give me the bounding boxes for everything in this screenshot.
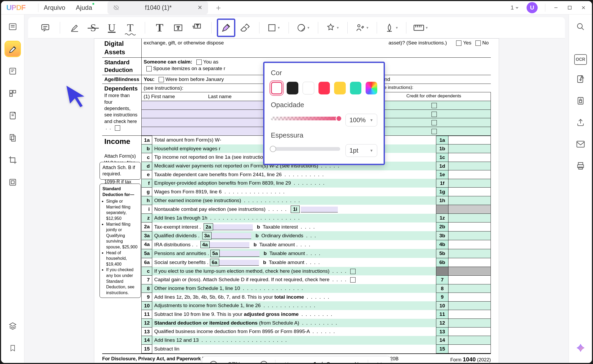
svg-rect-25 (579, 101, 582, 103)
chevron-down-icon (515, 6, 519, 10)
svg-rect-4 (13, 90, 16, 93)
svg-point-22 (577, 24, 582, 29)
svg-rect-9 (10, 179, 16, 185)
zoom-in-button[interactable] (258, 359, 269, 363)
search-icon[interactable] (573, 19, 588, 34)
color-swatch-custom[interactable] (366, 82, 377, 94)
window-close[interactable] (580, 4, 587, 11)
zoom-out-button[interactable] (208, 359, 219, 363)
app-logo: UPDF (6, 3, 25, 12)
window-maximize[interactable] (567, 4, 573, 11)
color-label: Cor (271, 69, 377, 77)
next-page-button[interactable] (335, 359, 346, 363)
protect-icon[interactable] (573, 93, 588, 108)
email-icon[interactable] (573, 137, 588, 152)
color-swatch-teal[interactable] (350, 82, 362, 94)
assets-text: exchange, gift, or otherwise dispose (144, 40, 224, 46)
svg-rect-24 (578, 97, 583, 104)
signature-tool[interactable]: ▼ (353, 19, 371, 37)
rectangle-tool[interactable]: ▼ (265, 19, 283, 37)
strikethrough-tool[interactable]: S (84, 19, 102, 37)
document-tab[interactable]: f1040 (1)* ✕ (107, 1, 208, 14)
opacity-combo[interactable]: 100%▼ (345, 114, 377, 126)
organize-mode-icon[interactable] (5, 86, 20, 101)
forms-mode-icon[interactable] (5, 108, 20, 123)
window-minimize[interactable] (553, 4, 559, 11)
compress-icon[interactable] (5, 175, 20, 190)
bookmark-icon[interactable] (5, 341, 20, 356)
ocr-icon[interactable]: OCR (574, 54, 587, 65)
comment-mode-icon[interactable] (5, 42, 20, 56)
thickness-slider[interactable] (271, 147, 340, 151)
page-tools-icon[interactable] (5, 130, 20, 145)
prev-page-button[interactable] (297, 359, 308, 363)
crop-icon[interactable] (5, 153, 20, 167)
underline-tool[interactable]: U (102, 19, 121, 37)
zoom-dropdown-icon[interactable] (250, 363, 253, 363)
yes-checkbox[interactable] (456, 40, 461, 46)
svg-rect-11 (42, 25, 49, 30)
eraser-tool[interactable] (235, 19, 254, 37)
current-page: 1 (313, 361, 317, 363)
svg-rect-1 (9, 24, 16, 30)
menu-arquivo[interactable]: Arquivo (44, 4, 65, 11)
menu-ajuda[interactable]: Ajuda (76, 4, 92, 11)
text-tool[interactable]: T (150, 19, 169, 37)
svg-rect-26 (577, 141, 584, 147)
color-swatch-yellow[interactable] (334, 82, 346, 94)
no-checkbox[interactable] (475, 40, 481, 46)
pencil-tool[interactable] (217, 19, 235, 37)
attach-schb-note: Attach Sch. B if required. (100, 162, 141, 180)
highlight-tool[interactable] (65, 19, 84, 37)
annotation-toolbar: S U T T T T ▼ ▼ ▼ ▼ ▼ (28, 17, 565, 38)
color-swatch-red[interactable] (318, 82, 330, 94)
close-zoombar-button[interactable] (374, 359, 385, 363)
comment-tool[interactable] (36, 19, 55, 37)
opacity-slider[interactable] (271, 117, 340, 120)
left-rail (1, 15, 24, 363)
color-swatch-white[interactable] (303, 82, 314, 94)
opacity-label: Opacidade (271, 101, 377, 109)
color-swatch-pink[interactable] (271, 82, 282, 94)
svg-point-18 (358, 25, 360, 27)
user-avatar[interactable]: U (527, 2, 538, 13)
edit-mode-icon[interactable] (5, 64, 20, 79)
tab-close[interactable]: ✕ (197, 4, 202, 11)
pencil-style-popover: Cor Opacidade 100%▼ Espess (263, 62, 385, 165)
eye-off-icon (113, 5, 119, 11)
tab-title: f1040 (1)* (123, 4, 194, 11)
total-pages: 2 (326, 361, 330, 363)
color-swatch-black[interactable] (287, 82, 298, 94)
share-icon[interactable] (573, 115, 588, 130)
svg-rect-7 (10, 134, 14, 140)
page-count-indicator[interactable]: 1 (511, 4, 519, 11)
thickness-combo[interactable]: 1pt▼ (345, 144, 377, 157)
svg-point-20 (210, 361, 217, 363)
you-as-checkbox[interactable] (196, 60, 202, 65)
squiggly-tool[interactable]: T (121, 19, 140, 37)
svg-rect-16 (269, 25, 275, 31)
zoom-value: 97% (224, 361, 245, 363)
ai-icon[interactable] (573, 341, 588, 356)
stamp-tool[interactable]: ▼ (324, 19, 342, 37)
std-deduction-note: Standard Deduction for— Single or Marrie… (100, 184, 141, 298)
convert-icon[interactable] (573, 72, 588, 87)
ruler-tool[interactable]: ▼ (412, 19, 430, 37)
svg-rect-29 (578, 167, 582, 169)
sticker-tool[interactable]: ▼ (294, 19, 313, 37)
add-tab-button[interactable]: ＋ (214, 2, 222, 13)
reader-mode-icon[interactable] (5, 19, 20, 34)
print-icon[interactable] (573, 158, 588, 173)
svg-rect-27 (578, 162, 583, 165)
svg-point-21 (260, 361, 267, 363)
last-page-button[interactable] (351, 359, 362, 363)
svg-text:T: T (196, 24, 199, 28)
callout-tool[interactable]: T (187, 19, 206, 37)
first-page-button[interactable] (281, 359, 292, 363)
textbox-tool[interactable]: T (169, 19, 187, 37)
svg-rect-0 (568, 6, 571, 9)
svg-rect-3 (10, 90, 12, 93)
sign-tool[interactable]: ▼ (382, 19, 401, 37)
thickness-label: Espessura (271, 131, 377, 139)
layers-icon[interactable] (5, 319, 20, 333)
